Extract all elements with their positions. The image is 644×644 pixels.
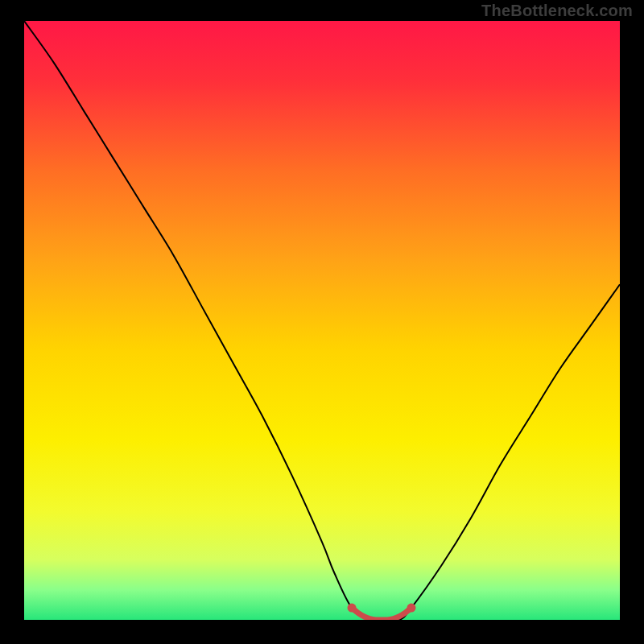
flat-zone-endpoint-right [407,604,416,613]
flat-zone-endpoint-left [348,604,357,613]
chart-frame: TheBottleneck.com [0,0,644,644]
chart-plot-area [24,21,620,620]
chart-svg [24,21,620,620]
gradient-background [24,21,620,620]
attribution-label: TheBottleneck.com [481,2,633,20]
